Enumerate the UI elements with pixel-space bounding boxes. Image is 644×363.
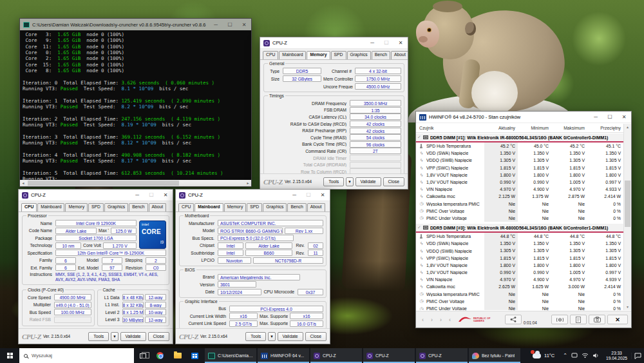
sensor-row[interactable]: ◷PMIC Under VoltageNieNieNie0 %: [416, 215, 623, 222]
tab-graphics[interactable]: Graphics: [347, 51, 371, 59]
tab-mainboard[interactable]: Mainboard: [279, 51, 306, 59]
taskbar-clock[interactable]: 23:33 19.04.2025: [602, 351, 631, 361]
y-cruncher-titlebar[interactable]: C:\Users\Damian Walczak\Downloads\y-crun…: [20, 19, 251, 30]
validate-button[interactable]: Validate: [355, 177, 381, 186]
sensor-row[interactable]: ϟ1,0V VOUT Napięcie0.990 V0.990 V1.005 V…: [416, 179, 623, 186]
horizontal-scrollbar[interactable]: ◄ ►: [20, 180, 251, 186]
file-explorer-button[interactable]: [169, 348, 186, 363]
hwinfo-titlebar[interactable]: HWiNFO® 64 v8.24-5700 - Stan czujników ─…: [416, 112, 631, 123]
sensor-row[interactable]: ◷PMIC Over VoltageNieNieNie0 %: [416, 298, 623, 305]
sensor-row[interactable]: ϟVDDQ (SWB) Napięcie1.305 V1.305 V1.305 …: [416, 247, 623, 254]
tab-graphics[interactable]: Graphics: [263, 203, 287, 211]
sensor-row[interactable]: ϟCałkowita moc2.125 W1.375 W2.875 W2.414…: [416, 193, 623, 200]
cpuz-cpu-titlebar[interactable]: CPU-Z ─ ☐ ✕: [19, 190, 173, 201]
taskbar-button-paint[interactable]: Bez tytułu - Paint: [469, 348, 520, 363]
cpuz-mainboard-titlebar[interactable]: CPU-Z ─ ☐ ✕: [176, 190, 330, 201]
taskbar-button-console[interactable]: C:\Users\Damian...: [205, 348, 256, 363]
minimize-button[interactable]: ─: [130, 190, 144, 201]
nav-back-icon[interactable]: ‹: [419, 317, 426, 323]
sensor-row[interactable]: ◷PMIC Under VoltageNieNieNie0 %: [416, 305, 623, 310]
sensor-row[interactable]: ◷Wysoka temperatura PMICNieNieNie0 %: [416, 291, 623, 298]
tab-mainboard[interactable]: Mainboard: [194, 203, 223, 211]
scroll-up-icon[interactable]: ▲: [624, 124, 631, 130]
share-button[interactable]: [505, 315, 522, 324]
sensor-row[interactable]: ϟVIN Napięcie4.970 V4.900 V4.970 V4.939 …: [416, 276, 623, 283]
tab-about[interactable]: About: [149, 203, 167, 211]
close-button[interactable]: ✕: [237, 19, 251, 30]
scrollbar-thumb[interactable]: [625, 181, 630, 227]
tools-dropdown-button[interactable]: ▾: [268, 332, 275, 341]
sensor-row[interactable]: ϟVPP (SWC) Napięcie1.815 V1.815 V1.815 V…: [416, 255, 623, 262]
scrollbar-thumb[interactable]: [28, 181, 179, 186]
maximize-button[interactable]: ☐: [223, 19, 237, 30]
taskbar-button-cpuz[interactable]: CPU-Z: [363, 348, 415, 363]
tab-graphics[interactable]: Graphics: [104, 203, 128, 211]
close-button[interactable]: ✕: [393, 37, 408, 48]
sensor-row[interactable]: ϟVPP (SWC) Napięcie1.815 V1.815 V1.815 V…: [416, 164, 623, 172]
scroll-left-icon[interactable]: ◄: [20, 180, 26, 186]
tools-dropdown-button[interactable]: ▾: [346, 177, 353, 186]
tab-spd[interactable]: SPD: [247, 203, 262, 211]
tab-mainboard[interactable]: Mainboard: [37, 203, 64, 211]
sensor-section-header[interactable]: ✓DDR5 DIMM [#3]: Wilk Elektronik IR-6800…: [416, 224, 623, 233]
taskbar-button-cpuz[interactable]: CPU-Z: [310, 348, 362, 363]
sensor-row[interactable]: ϟVDD (SWA) Napięcie1.350 V1.350 V1.350 V…: [416, 240, 623, 247]
sensor-row[interactable]: ϟ1,8V VOUT Napięcie1.800 V1.800 V1.800 V…: [416, 262, 623, 269]
tab-cpu[interactable]: CPU: [263, 51, 278, 59]
maximize-button[interactable]: ☐: [603, 112, 617, 123]
column-maksimum[interactable]: Maksimum: [551, 126, 587, 130]
close-sensors-button[interactable]: ✕: [607, 315, 628, 324]
tab-about[interactable]: About: [391, 51, 408, 59]
tab-cpu[interactable]: CPU: [178, 203, 194, 211]
close-button[interactable]: ✕: [316, 190, 330, 201]
tab-spd[interactable]: SPD: [88, 203, 104, 211]
close-button[interactable]: Close: [305, 332, 327, 341]
tab-about[interactable]: About: [307, 203, 325, 211]
device-icon[interactable]: [571, 353, 578, 358]
sensor-row[interactable]: SPD Hub Temperatura44.8 °C44.8 °C44.8 °C…: [416, 233, 623, 240]
sensor-row[interactable]: ϟVDDQ (SWB) Napięcie1.305 V1.305 V1.305 …: [416, 157, 623, 164]
scroll-down-icon[interactable]: ▼: [624, 304, 631, 310]
chrome-button[interactable]: [151, 348, 169, 363]
column-minimum[interactable]: Minimum: [518, 126, 551, 130]
tab-memory[interactable]: Memory: [224, 203, 247, 211]
taskbar-button-hwinfo[interactable]: HWiNFO® 64 v...: [258, 348, 309, 363]
sensor-row[interactable]: ϟ1,0V VOUT Napięcie0.990 V0.990 V1.005 V…: [416, 269, 623, 276]
vertical-scrollbar[interactable]: ▲ ▼: [623, 124, 631, 310]
hidden-icons-button[interactable]: ⌃: [563, 353, 567, 358]
taskbar-button-cpuz[interactable]: CPU-Z: [416, 348, 468, 363]
task-view-button[interactable]: [134, 348, 151, 363]
nav-first-icon[interactable]: ‹: [446, 317, 453, 323]
minimize-button[interactable]: ─: [209, 19, 223, 30]
nav-forward-icon[interactable]: ›: [428, 317, 435, 323]
start-button[interactable]: [0, 348, 19, 363]
tab-memory[interactable]: Memory: [307, 51, 330, 59]
tab-cpu[interactable]: CPU: [21, 203, 37, 211]
sensor-row[interactable]: ϟVDD (SWA) Napięcie1.350 V1.350 V1.350 V…: [416, 150, 623, 157]
tab-bench[interactable]: Bench: [129, 203, 147, 211]
tab-spd[interactable]: SPD: [331, 51, 346, 59]
close-button[interactable]: ✕: [158, 190, 173, 201]
column-aktualny[interactable]: Aktualny: [484, 126, 518, 130]
screenshot-button[interactable]: [589, 315, 605, 324]
tools-button[interactable]: Tools: [88, 332, 109, 341]
validate-button[interactable]: Validate: [278, 332, 303, 341]
terminal-output[interactable]: Core 3: 1.65 GiB node 0 (100%) Core 9: 1…: [20, 30, 251, 180]
tools-dropdown-button[interactable]: ▾: [111, 332, 118, 341]
nav-last-icon[interactable]: ›: [437, 317, 444, 323]
tab-bench[interactable]: Bench: [287, 203, 306, 211]
wifi-icon[interactable]: [582, 353, 589, 358]
sensor-row[interactable]: ◷PMIC Over VoltageNieNieNie0 %: [416, 208, 623, 215]
sensor-row[interactable]: ϟVIN Napięcie4.970 V4.900 V4.970 V4.933 …: [416, 186, 623, 193]
sensor-section-header[interactable]: ✓DDR5 DIMM [#1]: Wilk Elektronik IR-6800…: [416, 133, 623, 142]
close-button[interactable]: ✕: [617, 112, 631, 123]
column-czujnik[interactable]: Czujnik: [416, 126, 484, 130]
column-przecietny[interactable]: Przeciętny: [587, 126, 623, 130]
weather-widget[interactable]: 11°C: [527, 353, 560, 358]
close-button[interactable]: Close: [383, 177, 404, 186]
cpuz-memory-titlebar[interactable]: CPU-Z ─ ☐ ✕: [260, 37, 408, 49]
close-button[interactable]: Close: [148, 332, 169, 341]
tools-button[interactable]: Tools: [323, 177, 344, 186]
action-center-button[interactable]: [631, 353, 644, 359]
minimize-button[interactable]: ─: [365, 37, 379, 48]
